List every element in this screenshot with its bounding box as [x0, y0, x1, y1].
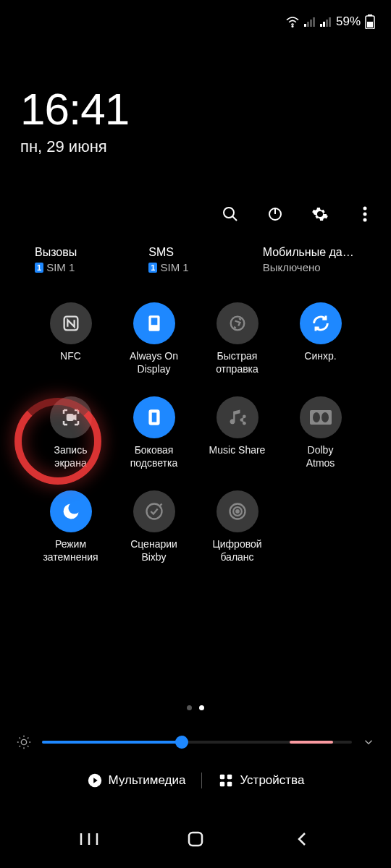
- svg-rect-25: [151, 412, 157, 422]
- toggle-digital-wellbeing[interactable]: Цифровойбаланс: [196, 490, 279, 564]
- svg-rect-21: [151, 318, 157, 325]
- svg-rect-5: [320, 24, 322, 27]
- more-button[interactable]: [353, 203, 377, 226]
- battery-icon: [365, 14, 375, 29]
- svg-point-18: [363, 218, 367, 222]
- brightness-track[interactable]: [42, 741, 352, 744]
- toggle-music-share[interactable]: Music Share: [196, 396, 279, 470]
- page-dot-1: [187, 705, 192, 710]
- svg-point-31: [321, 412, 329, 422]
- svg-rect-3: [310, 20, 312, 27]
- svg-point-12: [224, 208, 234, 218]
- media-label: Мультимедиа: [109, 773, 186, 788]
- status-bar: 59%: [0, 0, 391, 43]
- brightness-icon: [16, 734, 32, 750]
- mobile-data-sub: Выключено: [263, 261, 377, 273]
- clock-block: 16:41 пн, 29 июня: [20, 83, 129, 156]
- svg-line-13: [232, 216, 237, 221]
- mobile-data-tile[interactable]: Мобильные да… Выключено: [263, 246, 377, 273]
- quick-settings-grid: NFC Always OnDisplay Быстраяотправка Син…: [29, 302, 362, 564]
- sync-icon: [300, 302, 342, 344]
- nfc-icon: [50, 302, 92, 344]
- svg-rect-23: [67, 414, 73, 420]
- sms-label: SMS: [148, 246, 262, 259]
- nav-recents-button[interactable]: [78, 828, 100, 850]
- signal-icon-1: [304, 17, 316, 27]
- toggle-always-on-display[interactable]: Always OnDisplay: [112, 302, 196, 376]
- bottom-controls: Мультимедиа Устройства: [0, 773, 391, 788]
- separator: [201, 773, 202, 788]
- calls-sim-text: SIM 1: [46, 261, 75, 273]
- svg-point-35: [236, 510, 239, 513]
- battery-text: 59%: [336, 14, 361, 29]
- screen-record-icon: [50, 396, 92, 438]
- search-button[interactable]: [219, 203, 242, 226]
- devices-label: Устройства: [240, 773, 304, 788]
- toggle-bixby-routines[interactable]: СценарииBixby: [112, 490, 196, 564]
- media-button[interactable]: Мультимедиа: [87, 773, 186, 788]
- svg-point-17: [363, 213, 367, 216]
- wifi-icon: [285, 16, 300, 27]
- action-row: [219, 203, 377, 226]
- brightness-expand-button[interactable]: [362, 736, 375, 749]
- toggle-quick-share[interactable]: Быстраяотправка: [196, 302, 279, 376]
- bixby-routines-icon: [133, 490, 175, 532]
- svg-point-0: [292, 26, 293, 27]
- wellbeing-icon: [216, 490, 258, 532]
- connectivity-row: Вызовы 1 SIM 1 SMS 1 SIM 1 Мобильные да……: [35, 246, 377, 273]
- svg-rect-11: [367, 22, 373, 27]
- nav-back-button[interactable]: [291, 828, 313, 850]
- toggle-sync[interactable]: Синхр.: [279, 302, 362, 376]
- sms-tile[interactable]: SMS 1 SIM 1: [148, 246, 262, 273]
- svg-rect-8: [329, 17, 331, 27]
- calls-label: Вызовы: [35, 246, 148, 259]
- svg-rect-39: [227, 775, 232, 779]
- music-share-icon: [216, 396, 258, 438]
- svg-rect-1: [304, 24, 306, 27]
- power-button[interactable]: [264, 203, 287, 226]
- signal-icon-2: [320, 17, 332, 27]
- calls-tile[interactable]: Вызовы 1 SIM 1: [35, 246, 148, 273]
- svg-point-22: [230, 317, 244, 331]
- svg-rect-38: [220, 775, 224, 779]
- toggle-edge-lighting[interactable]: Боковаяподсветка: [112, 396, 196, 470]
- sms-sim-text: SIM 1: [160, 261, 188, 273]
- brightness-extra-range: [290, 741, 333, 744]
- svg-rect-4: [313, 17, 315, 27]
- clock-date: пн, 29 июня: [20, 137, 129, 156]
- brightness-thumb[interactable]: [175, 736, 188, 749]
- svg-point-16: [363, 207, 367, 210]
- quick-share-icon: [216, 302, 258, 344]
- brightness-fill: [42, 741, 182, 744]
- svg-point-36: [21, 739, 26, 744]
- toggle-dark-mode[interactable]: Режимзатемнения: [29, 490, 112, 564]
- svg-rect-2: [307, 22, 309, 27]
- svg-point-32: [146, 504, 161, 519]
- settings-button[interactable]: [308, 203, 332, 226]
- navigation-bar: [0, 819, 391, 868]
- moon-icon: [50, 490, 92, 532]
- brightness-slider[interactable]: [16, 734, 375, 750]
- clock-time: 16:41: [20, 83, 129, 135]
- mobile-data-label: Мобильные да…: [263, 246, 377, 259]
- toggle-screen-record[interactable]: Записьэкрана: [29, 396, 112, 470]
- toggle-nfc[interactable]: NFC: [29, 302, 112, 376]
- edge-lighting-icon: [133, 396, 175, 438]
- dolby-icon: [300, 396, 342, 438]
- svg-rect-6: [323, 22, 325, 27]
- svg-rect-41: [227, 782, 232, 786]
- sim-badge: 1: [148, 263, 157, 273]
- page-dot-2: [199, 705, 204, 710]
- svg-rect-45: [189, 833, 202, 846]
- sim-badge: 1: [35, 263, 43, 273]
- svg-rect-7: [326, 20, 328, 27]
- svg-point-30: [313, 412, 320, 422]
- nav-home-button[interactable]: [185, 828, 206, 850]
- aod-icon: [133, 302, 175, 344]
- devices-button[interactable]: Устройства: [218, 773, 304, 788]
- page-indicator[interactable]: [0, 705, 391, 710]
- svg-rect-40: [220, 782, 224, 786]
- toggle-dolby-atmos[interactable]: DolbyAtmos: [279, 396, 362, 470]
